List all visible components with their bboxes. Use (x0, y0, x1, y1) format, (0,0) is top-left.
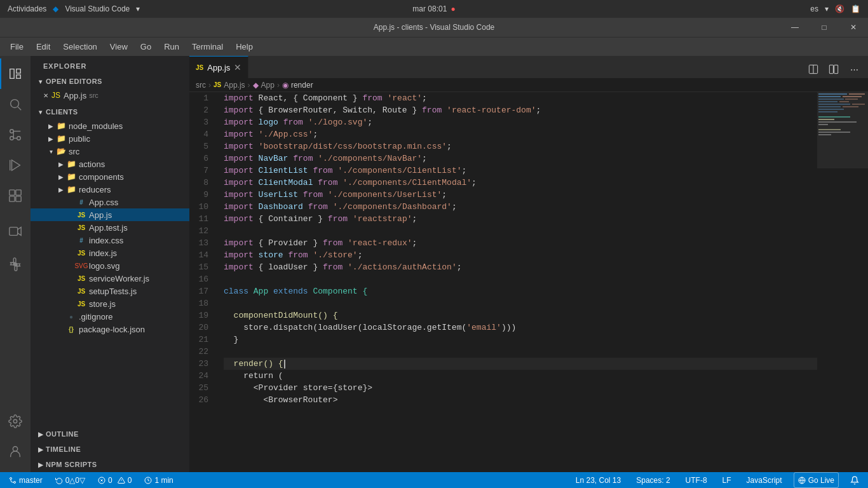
reducers-folder[interactable]: ▶ 📁 reducers (31, 183, 189, 196)
tab-appjs[interactable]: JS App.js ✕ (189, 56, 248, 78)
activity-zoom[interactable] (0, 216, 31, 247)
package-lock-file[interactable]: ▶ {} package-lock.json (31, 323, 189, 336)
clients-section[interactable]: ▾ CLIENTS (31, 104, 189, 119)
svg-point-3 (17, 137, 21, 140)
outline-arrow: ▶ (36, 429, 46, 439)
activity-slack[interactable] (0, 249, 31, 280)
breadcrumb-render[interactable]: render (291, 81, 313, 90)
app-js-file[interactable]: ▶ JS App.js (31, 208, 189, 221)
clipboard-icon[interactable]: 📋 (851, 4, 860, 13)
gitignore-file[interactable]: ▶ ● .gitignore (31, 310, 189, 323)
breadcrumb-js-icon: JS (214, 81, 221, 88)
line-number: 8 (189, 177, 214, 189)
code-line: import { loadUser } from './actions/auth… (224, 261, 817, 273)
setuptests-js-file[interactable]: ▶ JS setupTests.js (31, 285, 189, 297)
git-branch[interactable]: master (5, 472, 46, 488)
activity-explorer[interactable] (0, 58, 31, 89)
breadcrumb-app[interactable]: App (261, 81, 275, 90)
menu-terminal[interactable]: Terminal (187, 39, 228, 54)
open-editor-path: src (89, 92, 98, 99)
go-live-button[interactable]: Go Live (794, 472, 839, 488)
dropdown-arrow: ▾ (136, 4, 140, 13)
outline-section[interactable]: ▶ OUTLINE (31, 426, 189, 442)
errors-status[interactable]: 0 0 (94, 472, 135, 488)
actions-label: actions (79, 159, 189, 169)
window-title: App.js - clients - Visual Studio Code (374, 23, 495, 32)
activity-account[interactable] (0, 437, 31, 467)
timeline-section[interactable]: ▶ TIMELINE (31, 442, 189, 457)
tab-close-button[interactable]: ✕ (234, 62, 241, 72)
split-editor-button[interactable] (804, 60, 822, 78)
activity-run[interactable] (0, 150, 31, 180)
open-editor-appjs[interactable]: ✕ JS App.js src (31, 89, 189, 102)
more-actions-button[interactable]: ⋯ (845, 60, 863, 78)
layout-button[interactable] (825, 60, 843, 78)
menu-view[interactable]: View (105, 39, 133, 54)
encoding-setting[interactable]: UTF-8 (682, 472, 711, 488)
menu-selection[interactable]: Selection (58, 39, 102, 54)
activities-label[interactable]: Actividades (8, 4, 46, 13)
code-content[interactable]: import React, { Component } from 'react'… (221, 92, 817, 472)
activity-extensions[interactable] (0, 180, 31, 211)
index-js-file[interactable]: ▶ JS index.js (31, 247, 189, 259)
volume-icon[interactable]: 🔇 (835, 4, 844, 13)
breadcrumb-src[interactable]: src (196, 81, 206, 90)
line-ending-setting[interactable]: LF (719, 472, 735, 488)
line-number: 20 (189, 322, 214, 334)
lang-label[interactable]: es (810, 4, 818, 13)
activity-source-control[interactable] (0, 119, 31, 150)
line-number: 9 (189, 189, 214, 201)
activity-settings[interactable] (0, 406, 31, 437)
clock-status[interactable]: 1 min (140, 472, 177, 488)
src-folder[interactable]: ▾ 📂 src (31, 145, 189, 158)
close-file-icon[interactable]: ✕ (43, 92, 48, 99)
breadcrumb-appjs[interactable]: App.js (224, 81, 245, 90)
index-css-file[interactable]: ▶ # index.css (31, 234, 189, 247)
node-modules-folder[interactable]: ▶ 📁 node_modules (31, 119, 189, 132)
npm-scripts-label: NPM SCRIPTS (46, 461, 97, 468)
code-line: import Dashboard from './components/Dash… (224, 201, 817, 213)
npm-scripts-arrow: ▶ (36, 459, 46, 470)
menu-go[interactable]: Go (135, 39, 156, 54)
cursor-position[interactable]: Ln 23, Col 13 (572, 472, 625, 488)
vscode-label[interactable]: Visual Studio Code (65, 4, 130, 13)
folder-icon: 📁 (66, 172, 76, 182)
menu-edit[interactable]: Edit (31, 39, 55, 54)
svg-rect-14 (10, 227, 18, 236)
language-setting[interactable]: JavaScript (743, 472, 786, 488)
code-line: import React, { Component } from 'react'… (224, 92, 817, 104)
line-number: 18 (189, 297, 214, 309)
close-button[interactable]: ✕ (839, 18, 868, 37)
sync-status[interactable]: 0△0▽ (51, 472, 89, 488)
code-editor[interactable]: 1234567891011121314151617181920212223242… (189, 92, 868, 472)
minimize-button[interactable]: — (780, 18, 810, 37)
timeline-label: TIMELINE (46, 445, 81, 453)
menu-run[interactable]: Run (159, 39, 184, 54)
app-test-js-file[interactable]: ▶ JS App.test.js (31, 221, 189, 234)
status-left: master 0△0▽ 0 0 (5, 472, 177, 488)
store-js-file[interactable]: ▶ JS store.js (31, 297, 189, 310)
css-file-icon: # (76, 197, 86, 207)
open-editors-section[interactable]: ▾ OPEN EDITORS (31, 74, 189, 89)
code-line: return ( (224, 370, 817, 382)
serviceworker-js-file[interactable]: ▶ JS serviceWorker.js (31, 272, 189, 285)
components-folder[interactable]: ▶ 📁 components (31, 170, 189, 183)
notifications-button[interactable] (846, 472, 863, 488)
menu-file[interactable]: File (5, 39, 29, 54)
logo-svg-file[interactable]: ▶ SVG logo.svg (31, 259, 189, 272)
actions-folder[interactable]: ▶ 📁 actions (31, 158, 189, 170)
line-number: 2 (189, 104, 214, 116)
npm-scripts-section[interactable]: ▶ NPM SCRIPTS (31, 457, 189, 472)
minimap (817, 92, 868, 472)
app-css-file[interactable]: ▶ # App.css (31, 196, 189, 208)
line-number: 16 (189, 273, 214, 285)
activity-search[interactable] (0, 89, 31, 119)
gitignore-label: .gitignore (79, 312, 189, 322)
maximize-button[interactable]: □ (810, 18, 839, 37)
public-folder[interactable]: ▶ 📁 public (31, 132, 189, 145)
logo-svg-label: logo.svg (89, 261, 189, 271)
code-line: <BrowserRouter> (224, 394, 817, 406)
reducers-label: reducers (79, 185, 189, 194)
menu-help[interactable]: Help (231, 39, 258, 54)
spaces-setting[interactable]: Spaces: 2 (632, 472, 674, 488)
